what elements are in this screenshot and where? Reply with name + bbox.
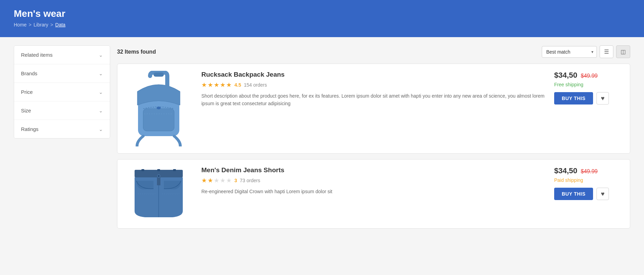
orders-count-2: 73 orders [240,178,260,183]
filter-card: Related items ⌄ Brands ⌄ Price ⌄ Size ⌄ … [14,45,110,139]
breadcrumb-library[interactable]: Library [34,22,49,28]
star-2-1: ★ [201,177,207,184]
sidebar: Related items ⌄ Brands ⌄ Price ⌄ Size ⌄ … [14,45,110,234]
star-1-3: ★ [214,81,219,89]
filter-related-items[interactable]: Related items ⌄ [14,46,110,64]
star-2-5: ★ [226,177,232,184]
breadcrumb-sep-1: > [29,22,31,28]
svg-point-8 [157,175,160,177]
price-row-1: $34,50 $49.99 [554,71,598,80]
price-row-2: $34,50 $49.99 [554,166,598,175]
sort-select-wrapper: Best match Price: Low to High Price: Hig… [542,46,597,58]
breadcrumb-data[interactable]: Data [55,22,66,28]
list-view-icon: ☰ [604,48,609,55]
product-card-1: Rucksack Backpack Jeans ★ ★ ★ ★ ★ 4.5 15… [117,64,630,154]
svg-rect-2 [154,73,164,77]
heart-icon-2: ♥ [601,190,605,198]
stars-1: ★ ★ ★ ★ ★ [201,81,232,89]
filter-price[interactable]: Price ⌄ [14,83,110,101]
buy-button-2[interactable]: BUY THIS [554,188,593,200]
buy-row-1: BUY THIS ♥ [554,92,609,104]
page-title: Men's wear [14,8,630,19]
star-2-4: ★ [220,177,225,184]
shipping-label-2: Paid shipping [554,177,583,183]
star-2-2: ★ [208,177,213,184]
filter-ratings[interactable]: Ratings ⌄ [14,120,110,138]
wishlist-button-2[interactable]: ♥ [597,188,609,200]
filter-label-size: Size [21,108,31,113]
chevron-down-icon-related: ⌄ [99,52,103,58]
product-info-2: Men's Denim Jeans Shorts ★ ★ ★ ★ ★ 3 73 … [201,166,546,221]
breadcrumb-home[interactable]: Home [14,22,27,28]
buy-button-1[interactable]: BUY THIS [554,92,593,104]
rating-count-2: 3 [234,178,237,183]
rating-row-2: ★ ★ ★ ★ ★ 3 73 orders [201,177,546,184]
product-description-2: Re-engineered Digital Crown with hapti L… [201,188,546,195]
shorts-image [128,166,190,221]
buy-row-2: BUY THIS ♥ [554,188,609,200]
filter-label-ratings: Ratings [21,126,39,132]
product-name-1: Rucksack Backpack Jeans [201,71,546,78]
filter-label-related-items: Related items [21,52,53,58]
star-2-3: ★ [214,177,219,184]
svg-rect-7 [173,169,176,171]
breadcrumb: Home > Library > Data [14,22,630,28]
backpack-image [128,71,190,146]
svg-rect-6 [157,169,160,171]
content-area: 32 Items found Best match Price: Low to … [117,45,630,234]
product-pricing-2: $34,50 $49.99 Paid shipping BUY THIS ♥ [554,166,623,221]
product-pricing-1: $34,50 $49.99 Free shipping BUY THIS ♥ [554,71,623,146]
filter-brands[interactable]: Brands ⌄ [14,64,110,83]
star-1-4: ★ [220,81,225,89]
star-1-5: ★ [226,81,232,89]
svg-rect-5 [141,169,144,171]
chevron-down-icon-price: ⌄ [99,89,103,95]
filter-label-price: Price [21,89,33,95]
price-original-2: $49.99 [581,168,598,175]
filter-label-brands: Brands [21,70,38,76]
grid-view-icon: ◫ [621,48,626,55]
star-1-2: ★ [208,81,213,89]
price-current-1: $34,50 [554,71,577,80]
product-image-shorts [124,166,193,221]
filter-size[interactable]: Size ⌄ [14,101,110,120]
stars-2: ★ ★ ★ ★ ★ [201,177,232,184]
view-grid-button[interactable]: ◫ [616,45,630,58]
product-name-2: Men's Denim Jeans Shorts [201,166,546,174]
product-card-2: Men's Denim Jeans Shorts ★ ★ ★ ★ ★ 3 73 … [117,159,630,229]
chevron-down-icon-ratings: ⌄ [99,126,103,132]
wishlist-button-1[interactable]: ♥ [597,92,609,104]
breadcrumb-sep-2: > [50,22,53,28]
product-info-1: Rucksack Backpack Jeans ★ ★ ★ ★ ★ 4.5 15… [201,71,546,146]
header-bar: Men's wear Home > Library > Data [0,0,644,37]
content-header: 32 Items found Best match Price: Low to … [117,45,630,58]
svg-rect-1 [143,109,174,131]
heart-icon-1: ♥ [601,95,605,102]
items-found-label: 32 Items found [117,49,156,55]
orders-count-1: 154 orders [244,82,267,88]
rating-value-1: 4.5 [234,82,241,88]
main-layout: Related items ⌄ Brands ⌄ Price ⌄ Size ⌄ … [0,37,644,242]
shipping-label-1: Free shipping [554,82,583,87]
product-image-backpack [124,71,193,146]
star-1-1: ★ [201,81,207,89]
sort-controls: Best match Price: Low to High Price: Hig… [542,45,630,58]
view-list-button[interactable]: ☰ [600,45,613,58]
chevron-down-icon-brands: ⌄ [99,71,103,76]
rating-row-1: ★ ★ ★ ★ ★ 4.5 154 orders [201,81,546,89]
chevron-down-icon-size: ⌄ [99,108,103,113]
price-original-1: $49.99 [581,73,598,79]
svg-point-3 [157,107,161,109]
sort-select[interactable]: Best match Price: Low to High Price: Hig… [542,46,597,58]
price-current-2: $34,50 [554,166,577,175]
product-description-1: Short description about the product goes… [201,92,546,108]
